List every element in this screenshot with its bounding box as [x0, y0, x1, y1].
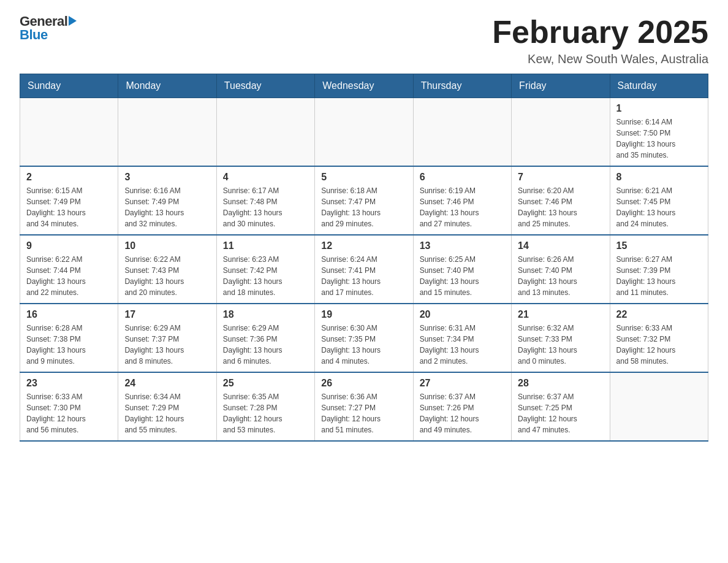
logo-general-text: General	[20, 15, 77, 28]
month-title: February 2025	[492, 15, 708, 50]
day-cell	[216, 98, 314, 167]
day-cell: 2Sunrise: 6:15 AM Sunset: 7:49 PM Daylig…	[20, 166, 118, 235]
day-cell: 27Sunrise: 6:37 AM Sunset: 7:26 PM Dayli…	[413, 372, 511, 441]
day-number: 4	[223, 172, 308, 183]
day-cell: 25Sunrise: 6:35 AM Sunset: 7:28 PM Dayli…	[216, 372, 314, 441]
calendar-body: 1Sunrise: 6:14 AM Sunset: 7:50 PM Daylig…	[20, 98, 708, 442]
day-info: Sunrise: 6:14 AM Sunset: 7:50 PM Dayligh…	[616, 117, 702, 161]
day-cell	[20, 98, 118, 167]
logo: General Blue	[20, 15, 77, 42]
day-cell: 16Sunrise: 6:28 AM Sunset: 7:38 PM Dayli…	[20, 304, 118, 372]
day-info: Sunrise: 6:15 AM Sunset: 7:49 PM Dayligh…	[26, 185, 112, 229]
day-cell: 8Sunrise: 6:21 AM Sunset: 7:45 PM Daylig…	[610, 166, 708, 235]
day-info: Sunrise: 6:17 AM Sunset: 7:48 PM Dayligh…	[223, 185, 308, 229]
day-info: Sunrise: 6:24 AM Sunset: 7:41 PM Dayligh…	[321, 254, 406, 298]
day-number: 12	[321, 240, 406, 251]
day-cell: 23Sunrise: 6:33 AM Sunset: 7:30 PM Dayli…	[20, 372, 118, 441]
day-info: Sunrise: 6:33 AM Sunset: 7:32 PM Dayligh…	[616, 323, 702, 367]
day-info: Sunrise: 6:37 AM Sunset: 7:26 PM Dayligh…	[420, 391, 505, 435]
day-number: 21	[518, 309, 603, 320]
header-thursday: Thursday	[413, 74, 511, 98]
day-cell: 26Sunrise: 6:36 AM Sunset: 7:27 PM Dayli…	[315, 372, 413, 441]
week-row-1: 2Sunrise: 6:15 AM Sunset: 7:49 PM Daylig…	[20, 166, 708, 235]
day-number: 11	[223, 240, 308, 251]
week-row-4: 23Sunrise: 6:33 AM Sunset: 7:30 PM Dayli…	[20, 372, 708, 441]
day-cell	[610, 372, 708, 441]
day-number: 8	[616, 172, 702, 183]
day-number: 28	[518, 378, 603, 389]
day-cell: 14Sunrise: 6:26 AM Sunset: 7:40 PM Dayli…	[512, 235, 610, 304]
day-info: Sunrise: 6:33 AM Sunset: 7:30 PM Dayligh…	[26, 391, 112, 435]
day-number: 19	[321, 309, 406, 320]
day-cell: 5Sunrise: 6:18 AM Sunset: 7:47 PM Daylig…	[315, 166, 413, 235]
day-cell	[512, 98, 610, 167]
header-row: SundayMondayTuesdayWednesdayThursdayFrid…	[20, 74, 708, 98]
calendar-table: SundayMondayTuesdayWednesdayThursdayFrid…	[20, 74, 708, 442]
day-info: Sunrise: 6:16 AM Sunset: 7:49 PM Dayligh…	[124, 185, 210, 229]
day-number: 27	[420, 378, 505, 389]
week-row-3: 16Sunrise: 6:28 AM Sunset: 7:38 PM Dayli…	[20, 304, 708, 372]
day-number: 3	[124, 172, 210, 183]
day-info: Sunrise: 6:21 AM Sunset: 7:45 PM Dayligh…	[616, 185, 702, 229]
calendar-header: SundayMondayTuesdayWednesdayThursdayFrid…	[20, 74, 708, 98]
day-number: 20	[420, 309, 505, 320]
day-number: 16	[26, 309, 112, 320]
day-info: Sunrise: 6:36 AM Sunset: 7:27 PM Dayligh…	[321, 391, 406, 435]
day-cell: 6Sunrise: 6:19 AM Sunset: 7:46 PM Daylig…	[413, 166, 511, 235]
day-info: Sunrise: 6:29 AM Sunset: 7:36 PM Dayligh…	[223, 323, 308, 367]
header-saturday: Saturday	[610, 74, 708, 98]
week-row-0: 1Sunrise: 6:14 AM Sunset: 7:50 PM Daylig…	[20, 98, 708, 167]
day-cell: 17Sunrise: 6:29 AM Sunset: 7:37 PM Dayli…	[118, 304, 216, 372]
day-number: 23	[26, 378, 112, 389]
day-number: 10	[124, 240, 210, 251]
header-wednesday: Wednesday	[315, 74, 413, 98]
day-cell: 18Sunrise: 6:29 AM Sunset: 7:36 PM Dayli…	[216, 304, 314, 372]
day-info: Sunrise: 6:28 AM Sunset: 7:38 PM Dayligh…	[26, 323, 112, 367]
day-info: Sunrise: 6:35 AM Sunset: 7:28 PM Dayligh…	[223, 391, 308, 435]
day-info: Sunrise: 6:22 AM Sunset: 7:44 PM Dayligh…	[26, 254, 112, 298]
day-info: Sunrise: 6:31 AM Sunset: 7:34 PM Dayligh…	[420, 323, 505, 367]
day-info: Sunrise: 6:26 AM Sunset: 7:40 PM Dayligh…	[518, 254, 603, 298]
day-number: 22	[616, 309, 702, 320]
location-title: Kew, New South Wales, Australia	[492, 52, 708, 66]
day-cell: 10Sunrise: 6:22 AM Sunset: 7:43 PM Dayli…	[118, 235, 216, 304]
day-cell: 9Sunrise: 6:22 AM Sunset: 7:44 PM Daylig…	[20, 235, 118, 304]
day-info: Sunrise: 6:19 AM Sunset: 7:46 PM Dayligh…	[420, 185, 505, 229]
day-cell: 11Sunrise: 6:23 AM Sunset: 7:42 PM Dayli…	[216, 235, 314, 304]
day-info: Sunrise: 6:30 AM Sunset: 7:35 PM Dayligh…	[321, 323, 406, 367]
day-cell: 21Sunrise: 6:32 AM Sunset: 7:33 PM Dayli…	[512, 304, 610, 372]
header-friday: Friday	[512, 74, 610, 98]
day-number: 25	[223, 378, 308, 389]
day-cell	[118, 98, 216, 167]
day-number: 17	[124, 309, 210, 320]
day-cell: 15Sunrise: 6:27 AM Sunset: 7:39 PM Dayli…	[610, 235, 708, 304]
day-number: 2	[26, 172, 112, 183]
day-cell: 24Sunrise: 6:34 AM Sunset: 7:29 PM Dayli…	[118, 372, 216, 441]
day-number: 9	[26, 240, 112, 251]
day-number: 18	[223, 309, 308, 320]
day-cell: 19Sunrise: 6:30 AM Sunset: 7:35 PM Dayli…	[315, 304, 413, 372]
day-cell: 13Sunrise: 6:25 AM Sunset: 7:40 PM Dayli…	[413, 235, 511, 304]
day-number: 1	[616, 103, 702, 114]
day-cell	[315, 98, 413, 167]
day-info: Sunrise: 6:27 AM Sunset: 7:39 PM Dayligh…	[616, 254, 702, 298]
day-info: Sunrise: 6:23 AM Sunset: 7:42 PM Dayligh…	[223, 254, 308, 298]
day-number: 7	[518, 172, 603, 183]
day-info: Sunrise: 6:37 AM Sunset: 7:25 PM Dayligh…	[518, 391, 603, 435]
day-number: 5	[321, 172, 406, 183]
day-cell: 4Sunrise: 6:17 AM Sunset: 7:48 PM Daylig…	[216, 166, 314, 235]
day-cell: 12Sunrise: 6:24 AM Sunset: 7:41 PM Dayli…	[315, 235, 413, 304]
header-monday: Monday	[118, 74, 216, 98]
logo-blue-text: Blue	[20, 28, 77, 42]
day-info: Sunrise: 6:20 AM Sunset: 7:46 PM Dayligh…	[518, 185, 603, 229]
logo-arrow-icon	[69, 16, 77, 26]
day-info: Sunrise: 6:22 AM Sunset: 7:43 PM Dayligh…	[124, 254, 210, 298]
day-number: 14	[518, 240, 603, 251]
day-number: 24	[124, 378, 210, 389]
day-info: Sunrise: 6:34 AM Sunset: 7:29 PM Dayligh…	[124, 391, 210, 435]
day-cell: 3Sunrise: 6:16 AM Sunset: 7:49 PM Daylig…	[118, 166, 216, 235]
day-cell	[413, 98, 511, 167]
day-cell: 20Sunrise: 6:31 AM Sunset: 7:34 PM Dayli…	[413, 304, 511, 372]
day-cell: 1Sunrise: 6:14 AM Sunset: 7:50 PM Daylig…	[610, 98, 708, 167]
week-row-2: 9Sunrise: 6:22 AM Sunset: 7:44 PM Daylig…	[20, 235, 708, 304]
